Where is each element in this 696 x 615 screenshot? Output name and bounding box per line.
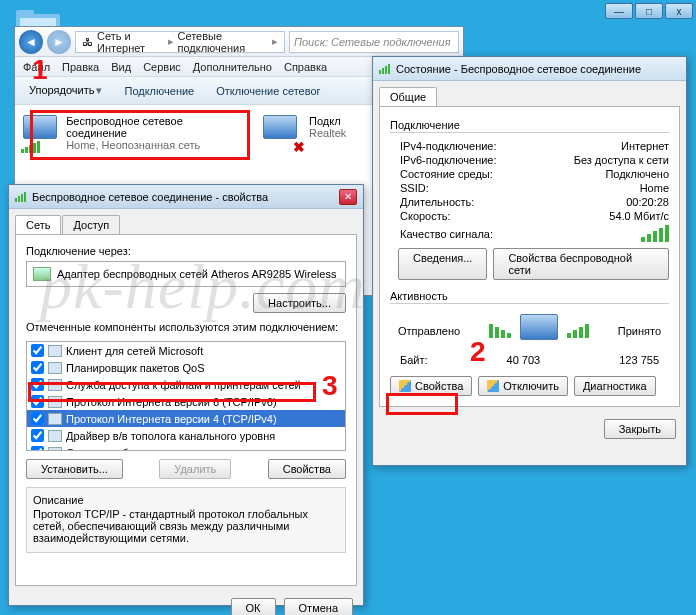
lan-icon: ✖ <box>263 115 301 151</box>
bytes-sent: 40 703 <box>507 354 541 366</box>
kv-val: 54.0 Мбит/с <box>609 210 669 222</box>
signal-icon <box>379 64 390 74</box>
checkbox[interactable] <box>31 446 44 451</box>
breadcrumb-sep-icon: ▸ <box>272 35 278 48</box>
component-icon <box>48 413 62 425</box>
explorer-addressbar: ◄ ► 🖧 Сеть и Интернет ▸ Сетевые подключе… <box>15 27 463 57</box>
disconnected-x-icon: ✖ <box>293 139 305 155</box>
list-item[interactable]: Ответчик обнаружения топологии канальног… <box>27 444 345 451</box>
diagnostics-button[interactable]: Диагностика <box>574 376 656 396</box>
kv-val: Home <box>640 182 669 194</box>
component-icon <box>48 447 62 452</box>
menu-help[interactable]: Справка <box>284 61 327 73</box>
checkbox[interactable] <box>31 344 44 357</box>
tab-general[interactable]: Общие <box>379 87 437 106</box>
shield-icon <box>487 380 499 392</box>
disconnect-button[interactable]: Отключение сетевог <box>208 83 328 99</box>
components-label: Отмеченные компоненты используются этим … <box>26 321 346 333</box>
description-text: Протокол TCP/IP - стандартный протокол г… <box>33 508 339 544</box>
close-icon[interactable]: ✕ <box>339 189 357 205</box>
connection-subtitle: Realtek <box>309 127 346 139</box>
description-heading: Описание <box>33 494 339 506</box>
kv-key: Скорость: <box>400 210 451 222</box>
install-button[interactable]: Установить... <box>26 459 123 479</box>
component-icon <box>48 345 62 357</box>
kv-key: Состояние среды: <box>400 168 493 180</box>
breadcrumb-icon: 🖧 <box>82 36 93 48</box>
back-button[interactable]: ◄ <box>19 30 43 54</box>
list-item-selected[interactable]: Протокол Интернета версии 4 (TCP/IPv4) <box>27 410 345 427</box>
annotation-box-2 <box>386 393 458 415</box>
properties-title: Беспроводное сетевое соединение - свойст… <box>32 191 333 203</box>
group-connection: Подключение <box>390 119 669 133</box>
adapter-field: Адаптер беспроводных сетей Atheros AR928… <box>26 261 346 287</box>
kv-val: Интернет <box>621 140 669 152</box>
properties-titlebar: Беспроводное сетевое соединение - свойст… <box>9 185 363 209</box>
adapter-name: Адаптер беспроводных сетей Atheros AR928… <box>57 268 336 280</box>
close-button[interactable]: Закрыть <box>604 419 676 439</box>
group-activity: Активность <box>390 290 669 304</box>
annotation-box-1 <box>30 110 250 160</box>
menu-edit[interactable]: Правка <box>62 61 99 73</box>
ok-button[interactable]: ОК <box>231 598 276 615</box>
window-controls: — □ x <box>605 3 693 19</box>
breadcrumb-sep-icon: ▸ <box>168 35 174 48</box>
signal-label: Качество сигнала: <box>400 228 493 240</box>
tab-access[interactable]: Доступ <box>62 215 120 234</box>
kv-val: 00:20:28 <box>626 196 669 208</box>
sent-label: Отправлено <box>398 325 460 337</box>
breadcrumb-item[interactable]: Сетевые подключения <box>178 30 269 54</box>
details-button[interactable]: Сведения... <box>398 248 487 280</box>
disconnect-button[interactable]: Отключить <box>478 376 568 396</box>
kv-key: Длительность: <box>400 196 474 208</box>
svg-rect-1 <box>16 10 34 18</box>
annotation-number-2: 2 <box>470 336 486 368</box>
status-title: Состояние - Беспроводное сетевое соедине… <box>396 63 680 75</box>
menu-advanced[interactable]: Дополнительно <box>193 61 272 73</box>
wireless-props-button[interactable]: Свойства беспроводной сети <box>493 248 669 280</box>
maximize-button[interactable]: □ <box>635 3 663 19</box>
list-item[interactable]: Планировщик пакетов QoS <box>27 359 345 376</box>
connection-title: Подкл <box>309 115 346 127</box>
configure-button[interactable]: Настроить... <box>253 293 346 313</box>
item-properties-button[interactable]: Свойства <box>268 459 346 479</box>
list-item[interactable]: Клиент для сетей Microsoft <box>27 342 345 359</box>
kv-key: IPv4-подключение: <box>400 140 497 152</box>
sent-icon <box>489 324 511 338</box>
status-titlebar: Состояние - Беспроводное сетевое соедине… <box>373 57 686 81</box>
breadcrumb[interactable]: 🖧 Сеть и Интернет ▸ Сетевые подключения … <box>75 31 285 53</box>
connect-via-label: Подключение через: <box>26 245 346 257</box>
shield-icon <box>399 380 411 392</box>
menu-tools[interactable]: Сервис <box>143 61 181 73</box>
recv-label: Принято <box>618 325 661 337</box>
recv-icon <box>567 324 589 338</box>
kv-val: Без доступа к сети <box>574 154 669 166</box>
annotation-box-3 <box>28 382 316 402</box>
tab-network[interactable]: Сеть <box>15 215 61 234</box>
signal-bars-icon <box>641 225 669 242</box>
kv-key: IPv6-подключение: <box>400 154 497 166</box>
remove-button: Удалить <box>159 459 231 479</box>
component-icon <box>48 362 62 374</box>
activity-icon <box>517 314 561 348</box>
nic-icon <box>33 267 51 281</box>
checkbox[interactable] <box>31 429 44 442</box>
description-box: Описание Протокол TCP/IP - стандартный п… <box>26 487 346 553</box>
minimize-button[interactable]: — <box>605 3 633 19</box>
cancel-button[interactable]: Отмена <box>284 598 353 615</box>
list-item[interactable]: Драйвер в/в тополога канального уровня <box>27 427 345 444</box>
annotation-number-1: 1 <box>32 54 48 86</box>
connect-button[interactable]: Подключение <box>116 83 202 99</box>
bytes-label: Байт: <box>400 354 428 366</box>
menu-view[interactable]: Вид <box>111 61 131 73</box>
breadcrumb-item[interactable]: Сеть и Интернет <box>97 30 164 54</box>
close-button[interactable]: x <box>665 3 693 19</box>
annotation-number-3: 3 <box>322 370 338 402</box>
checkbox[interactable] <box>31 412 44 425</box>
search-input[interactable]: Поиск: Сетевые подключения <box>289 31 459 53</box>
forward-button[interactable]: ► <box>47 30 71 54</box>
connection-lan[interactable]: ✖ Подкл Realtek <box>263 115 346 151</box>
bytes-recv: 123 755 <box>619 354 659 366</box>
kv-val: Подключено <box>605 168 669 180</box>
checkbox[interactable] <box>31 361 44 374</box>
